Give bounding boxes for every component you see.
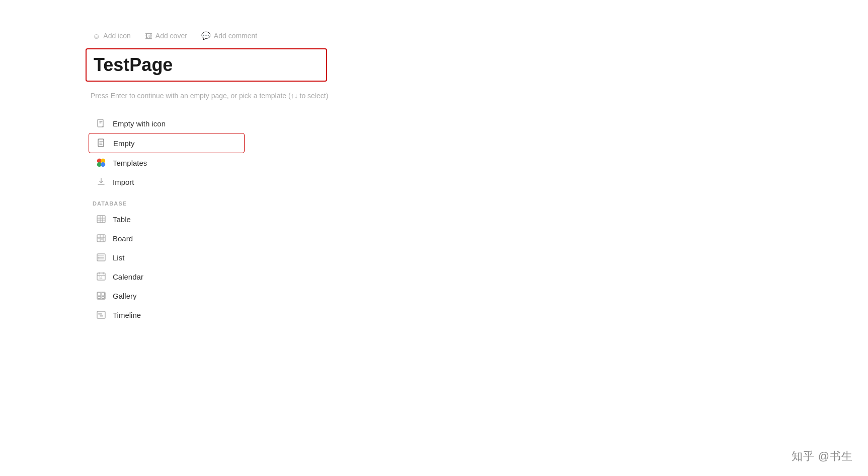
add-icon-button[interactable]: ☺ Add icon: [91, 31, 133, 41]
board-icon: [96, 233, 107, 244]
menu-item-templates[interactable]: Templates: [89, 153, 245, 172]
watermark: 知乎 @书生: [792, 449, 853, 464]
svg-point-21: [98, 255, 99, 256]
svg-rect-6: [97, 216, 105, 223]
image-icon: 🖼: [145, 32, 152, 40]
svg-rect-31: [102, 293, 105, 296]
download-icon: [96, 176, 107, 187]
templates-label: Templates: [113, 159, 147, 167]
svg-rect-30: [98, 293, 101, 296]
add-cover-label: Add cover: [155, 32, 187, 40]
doc-star-icon: [96, 118, 107, 129]
database-section-label: DATABASE: [86, 191, 868, 210]
templates-icon: [96, 157, 107, 168]
hint-text: Press Enter to continue with an empty pa…: [86, 92, 868, 100]
page-container: ☺ Add icon 🖼 Add cover 💬 Add comment Pre…: [0, 0, 868, 324]
menu-item-empty[interactable]: Empty: [89, 133, 245, 153]
gallery-icon: [96, 290, 107, 301]
svg-rect-16: [101, 238, 103, 240]
menu-item-import[interactable]: Import: [89, 172, 245, 191]
svg-rect-34: [97, 311, 105, 318]
add-comment-button[interactable]: 💬 Add comment: [199, 30, 259, 41]
add-cover-button[interactable]: 🖼 Add cover: [143, 31, 189, 41]
comment-icon: 💬: [201, 31, 211, 40]
toolbar: ☺ Add icon 🖼 Add cover 💬 Add comment: [86, 30, 868, 41]
import-label: Import: [113, 178, 134, 186]
empty-label: Empty: [113, 139, 135, 148]
menu-item-table[interactable]: Table: [89, 210, 245, 229]
menu-item-gallery[interactable]: Gallery: [89, 286, 245, 305]
svg-rect-15: [98, 238, 100, 239]
svg-text:31: 31: [99, 276, 103, 280]
svg-point-22: [98, 257, 99, 258]
calendar-icon: 31: [96, 271, 107, 282]
menu-item-calendar[interactable]: 31 Calendar: [89, 267, 245, 286]
database-menu-list: Table Board: [86, 210, 868, 324]
title-input[interactable]: [94, 54, 319, 76]
table-icon: [96, 214, 107, 225]
title-box: [86, 48, 327, 82]
empty-with-icon-label: Empty with icon: [113, 119, 166, 128]
add-icon-label: Add icon: [103, 32, 130, 40]
svg-rect-33: [102, 297, 105, 299]
menu-item-timeline[interactable]: Timeline: [89, 305, 245, 324]
smiley-icon: ☺: [93, 32, 100, 40]
menu-item-list[interactable]: List: [89, 248, 245, 267]
timeline-label: Timeline: [113, 311, 141, 319]
board-label: Board: [113, 234, 133, 243]
calendar-label: Calendar: [113, 273, 143, 281]
doc-icon: [96, 138, 107, 149]
add-comment-label: Add comment: [214, 32, 257, 40]
svg-rect-35: [98, 313, 102, 315]
svg-rect-32: [98, 297, 101, 299]
main-menu-list: Empty with icon Empty Temp: [86, 114, 868, 191]
table-label: Table: [113, 215, 131, 224]
svg-point-5: [101, 162, 105, 167]
svg-point-23: [98, 258, 99, 259]
timeline-icon: [96, 309, 107, 320]
list-label: List: [113, 253, 124, 262]
svg-rect-36: [100, 315, 103, 317]
menu-item-board[interactable]: Board: [89, 229, 245, 248]
gallery-label: Gallery: [113, 292, 137, 300]
menu-item-empty-with-icon[interactable]: Empty with icon: [89, 114, 245, 133]
list-icon: [96, 252, 107, 263]
database-section: DATABASE Table: [86, 191, 868, 324]
